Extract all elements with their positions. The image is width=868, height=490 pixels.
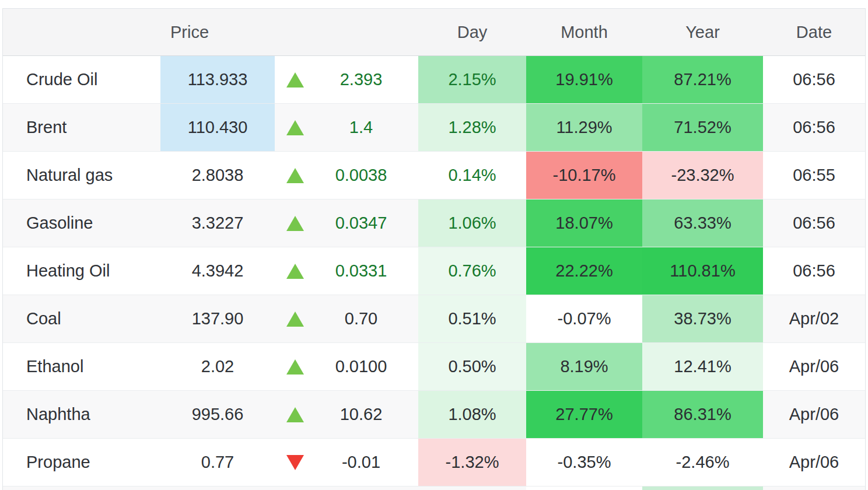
change-wrap: 0.70 (275, 309, 418, 328)
year-percent-cell: 38.73% (642, 295, 763, 343)
arrow-up-icon (286, 359, 304, 374)
partial-cell-year (642, 487, 763, 490)
arrow-up-icon (286, 72, 304, 88)
col-header-date: Date (763, 9, 865, 56)
table-row: Crude Oil113.9332.3932.15%19.91%87.21%06… (3, 56, 865, 104)
month-percent-cell: -0.07% (526, 295, 642, 343)
table-row: Propane0.77-0.01-1.32%-0.35%-2.46%Apr/06 (3, 439, 865, 487)
arrow-up-icon (286, 216, 304, 231)
change-value: 0.70 (304, 309, 418, 328)
month-percent-cell: -0.35% (526, 439, 642, 487)
month-percent-cell: 8.19% (526, 343, 642, 391)
change-value: 0.0038 (304, 166, 418, 185)
date-cell: Apr/06 (763, 439, 865, 487)
change-value: 0.0331 (304, 261, 418, 281)
commodity-name-link[interactable]: Brent (3, 104, 160, 152)
year-percent-cell: 86.31% (642, 391, 763, 439)
month-percent-cell: -10.17% (526, 152, 642, 200)
partial-cell-month (526, 487, 642, 490)
col-header-change (275, 9, 418, 56)
price-cell: 4.3942 (160, 247, 275, 295)
date-cell: 06:56 (763, 200, 865, 247)
table-row: Coal137.900.700.51%-0.07%38.73%Apr/02 (3, 295, 865, 343)
arrow-up-icon (286, 312, 304, 327)
table-header: Price Day Month Year Date (3, 9, 865, 56)
col-header-price: Price (160, 9, 275, 56)
day-percent-cell: 1.08% (418, 391, 526, 439)
partial-cell-name (3, 487, 160, 490)
change-cell: 1.4 (275, 104, 418, 152)
commodity-name-link[interactable]: Heating Oil (3, 247, 160, 295)
commodity-name-link[interactable]: Ethanol (3, 343, 160, 391)
commodity-name-link[interactable]: Propane (3, 439, 160, 487)
arrow-up-icon (286, 120, 304, 135)
month-percent-cell: 18.07% (526, 200, 642, 247)
commodity-name-link[interactable]: Gasoline (3, 200, 160, 247)
change-wrap: 10.62 (275, 405, 418, 424)
commodities-page: Price Day Month Year Date Crude Oil113.9… (0, 0, 868, 490)
arrow-down-icon (286, 455, 304, 470)
price-cell: 113.933 (160, 56, 275, 104)
change-value: 0.0347 (304, 214, 418, 233)
change-cell: 2.393 (275, 56, 418, 104)
table-row: Gasoline3.32270.03471.06%18.07%63.33%06:… (3, 200, 865, 247)
date-cell: Apr/06 (763, 343, 865, 391)
month-percent-cell: 19.91% (526, 56, 642, 104)
year-percent-cell: -23.32% (642, 152, 763, 200)
change-value: 2.393 (304, 70, 418, 89)
col-header-year: Year (642, 9, 763, 56)
month-percent-cell: 22.22% (526, 247, 642, 295)
change-wrap: 0.0347 (275, 214, 418, 233)
commodities-table: Price Day Month Year Date Crude Oil113.9… (2, 8, 866, 490)
table-row-partial (3, 487, 865, 490)
day-percent-cell: 0.50% (418, 343, 526, 391)
change-cell: 0.70 (275, 295, 418, 343)
date-cell: 06:56 (763, 56, 865, 104)
year-percent-cell: 110.81% (642, 247, 763, 295)
change-value: 10.62 (304, 405, 418, 424)
change-value: 0.0100 (304, 357, 418, 376)
date-cell: 06:56 (763, 104, 865, 152)
col-header-name (3, 9, 160, 56)
year-percent-cell: 63.33% (642, 200, 763, 247)
price-cell: 137.90 (160, 295, 275, 343)
month-percent-cell: 11.29% (526, 104, 642, 152)
commodity-name-link[interactable]: Naphtha (3, 391, 160, 439)
year-percent-cell: 71.52% (642, 104, 763, 152)
commodity-name-link[interactable]: Natural gas (3, 152, 160, 200)
change-wrap: -0.01 (275, 453, 418, 472)
partial-cell-price (160, 487, 275, 490)
year-percent-cell: -2.46% (642, 439, 763, 487)
day-percent-cell: 1.28% (418, 104, 526, 152)
arrow-up-icon (286, 264, 304, 279)
table-row: Ethanol2.020.01000.50%8.19%12.41%Apr/06 (3, 343, 865, 391)
date-cell: 06:56 (763, 247, 865, 295)
price-cell: 995.66 (160, 391, 275, 439)
date-cell: Apr/02 (763, 295, 865, 343)
change-value: 1.4 (304, 118, 418, 137)
day-percent-cell: 2.15% (418, 56, 526, 104)
date-cell: 06:55 (763, 152, 865, 200)
day-percent-cell: 1.06% (418, 200, 526, 247)
year-percent-cell: 87.21% (642, 56, 763, 104)
change-cell: -0.01 (275, 439, 418, 487)
arrow-up-icon (286, 168, 304, 183)
partial-cell-date (763, 487, 865, 490)
change-cell: 0.0038 (275, 152, 418, 200)
commodity-name-link[interactable]: Crude Oil (3, 56, 160, 104)
table-row: Naphtha995.6610.621.08%27.77%86.31%Apr/0… (3, 391, 865, 439)
day-percent-cell: 0.51% (418, 295, 526, 343)
day-percent-cell: -1.32% (418, 439, 526, 487)
price-cell: 2.8038 (160, 152, 275, 200)
price-cell: 110.430 (160, 104, 275, 152)
price-cell: 2.02 (160, 343, 275, 391)
price-cell: 0.77 (160, 439, 275, 487)
change-wrap: 0.0331 (275, 261, 418, 281)
commodity-name-link[interactable]: Coal (3, 295, 160, 343)
date-cell: Apr/06 (763, 391, 865, 439)
table-row: Natural gas2.80380.00380.14%-10.17%-23.3… (3, 152, 865, 200)
change-cell: 10.62 (275, 391, 418, 439)
month-percent-cell: 27.77% (526, 391, 642, 439)
col-header-day: Day (418, 9, 526, 56)
year-percent-cell: 12.41% (642, 343, 763, 391)
